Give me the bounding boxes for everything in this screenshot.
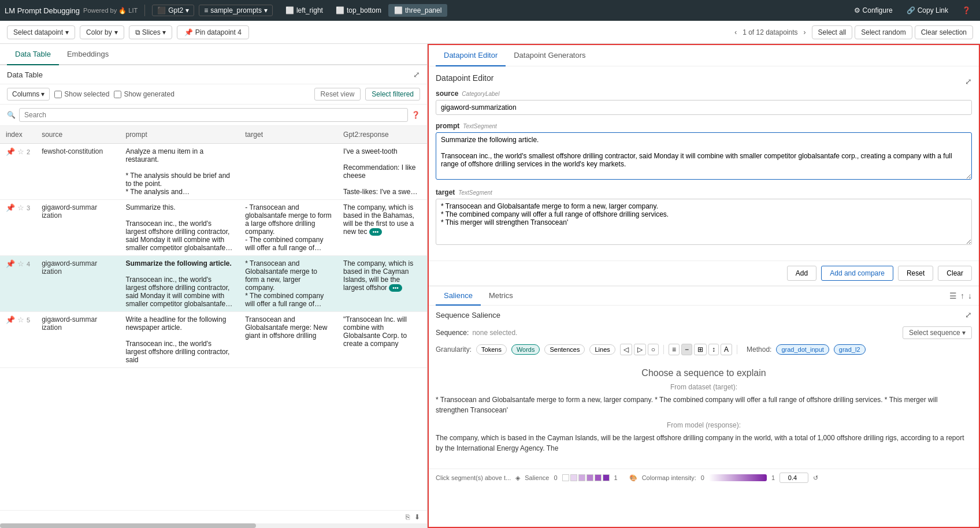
- row-2-actions: 📌 ☆ 2: [6, 147, 30, 156]
- arrows-icon-button[interactable]: ↕: [708, 344, 719, 355]
- left-panel-tabs: Data Table Embeddings: [0, 44, 427, 65]
- gran-lines-button[interactable]: Lines: [589, 344, 615, 355]
- table-row[interactable]: 📌 ☆ 2 fewshot-constitution Analyze a men…: [0, 144, 427, 200]
- download-table-icon[interactable]: ⬇: [414, 513, 420, 521]
- select-random-button[interactable]: Select random: [855, 25, 912, 39]
- color-by-button[interactable]: Color by ▾: [80, 25, 124, 39]
- left-right-icon: ⬜: [285, 6, 294, 14]
- next-datapoint-button[interactable]: ›: [800, 27, 810, 38]
- row-5-source: gigaword-summar ization: [36, 312, 120, 368]
- table-row[interactable]: 📌 ☆ 3 gigaword-summar ization Summarize …: [0, 200, 427, 256]
- copy-table-icon[interactable]: ⎘: [406, 513, 410, 521]
- tab-datapoint-generators[interactable]: Datapoint Generators: [506, 45, 593, 66]
- row-4-source: gigaword-summar ization: [36, 256, 120, 312]
- from-dataset-text[interactable]: * Transocean and Globalsantafe merge to …: [436, 395, 972, 415]
- target-textarea[interactable]: * Transocean and Globalsantafe merge to …: [436, 199, 972, 245]
- pin-row-3-icon[interactable]: 📌: [6, 203, 15, 212]
- prev-datapoint-button[interactable]: ‹: [731, 27, 740, 38]
- menu-icon[interactable]: ☰: [949, 291, 957, 300]
- gran-words-button[interactable]: Words: [511, 344, 540, 355]
- minus-icon-button[interactable]: −: [681, 344, 692, 355]
- tab-embeddings[interactable]: Embeddings: [59, 44, 117, 65]
- sort-desc-icon[interactable]: ↓: [968, 291, 972, 300]
- method-grad-l2-button[interactable]: grad_l2: [834, 344, 866, 355]
- configure-button[interactable]: ⚙ Configure: [849, 5, 897, 16]
- clear-button[interactable]: Clear: [938, 266, 972, 281]
- sort-asc-icon[interactable]: ↑: [960, 291, 964, 300]
- tab-salience[interactable]: Salience: [436, 287, 481, 306]
- table-row[interactable]: 📌 ☆ 4 gigaword-summar ization Summarize …: [0, 256, 427, 312]
- dp-expand-icon[interactable]: ⤢: [965, 77, 972, 86]
- gran-circle-icon-button[interactable]: ○: [648, 344, 659, 355]
- pin-datapoint-button[interactable]: 📌 Pin datapoint 4: [177, 25, 249, 39]
- reset-button[interactable]: Reset: [898, 266, 933, 281]
- source-input[interactable]: [436, 100, 972, 115]
- method-grad-dot-button[interactable]: grad_dot_input: [776, 344, 829, 355]
- dataset-selector[interactable]: ≡ sample_prompts ▾: [199, 5, 273, 16]
- search-help-icon[interactable]: ❓: [411, 111, 420, 119]
- tab-datapoint-editor[interactable]: Datapoint Editor: [436, 45, 506, 66]
- star-row-3-icon[interactable]: ☆: [17, 203, 24, 212]
- dataset-icon: ≡: [204, 6, 208, 14]
- star-row-5-icon[interactable]: ☆: [17, 315, 24, 324]
- add-button[interactable]: Add: [787, 266, 816, 281]
- select-datapoint-button[interactable]: Select datapoint ▾: [7, 25, 75, 39]
- pin-row-icon[interactable]: 📌: [6, 147, 15, 156]
- tab-three-panel[interactable]: ⬜ three_panel: [388, 4, 447, 17]
- select-random-label: Select random: [861, 28, 905, 36]
- list-icon-button[interactable]: ≡: [669, 344, 680, 355]
- select-sequence-button[interactable]: Select sequence ▾: [903, 326, 972, 339]
- salience-expand-icon[interactable]: ⤢: [965, 310, 972, 319]
- dataset-chevron: ▾: [264, 6, 268, 14]
- source-type: CategoryLabel: [462, 91, 499, 97]
- tab-metrics[interactable]: Metrics: [481, 287, 521, 306]
- gran-decrease-icon-button[interactable]: ◁: [620, 344, 632, 355]
- col-target: target: [239, 126, 337, 144]
- show-selected-checkbox[interactable]: [54, 91, 62, 98]
- pin-row-5-icon[interactable]: 📌: [6, 315, 15, 324]
- select-filtered-button[interactable]: Select filtered: [365, 88, 420, 101]
- table-row[interactable]: 📌 ☆ 5 gigaword-summar ization Write a he…: [0, 312, 427, 368]
- from-model-text[interactable]: The company, which is based in the Cayma…: [436, 433, 972, 453]
- colormap-min: 0: [701, 474, 704, 481]
- refresh-icon[interactable]: ↺: [813, 474, 818, 482]
- grid-icon-button[interactable]: ⊞: [694, 344, 707, 355]
- search-input[interactable]: [19, 108, 408, 122]
- choose-seq-title: Choose a sequence to explain: [436, 368, 972, 378]
- gran-tokens-button[interactable]: Tokens: [476, 344, 507, 355]
- help-button[interactable]: ❓: [957, 5, 975, 16]
- show-generated-label[interactable]: Show generated: [114, 90, 174, 98]
- copy-link-button[interactable]: 🔗 Copy Link: [902, 5, 953, 16]
- main-layout: Data Table Embeddings Data Table ⤢ Colum…: [0, 44, 980, 528]
- expand-icon[interactable]: ⤢: [413, 70, 420, 79]
- dataset-label: sample_prompts: [210, 6, 262, 14]
- select-datapoint-label: Select datapoint: [13, 28, 63, 36]
- select-all-button[interactable]: Select all: [812, 25, 853, 39]
- clear-selection-button[interactable]: Clear selection: [915, 25, 973, 39]
- slice-icon: ⧉: [135, 28, 140, 36]
- add-compare-button[interactable]: Add and compare: [821, 266, 893, 281]
- show-generated-checkbox[interactable]: [114, 91, 121, 98]
- star-row-icon[interactable]: ☆: [17, 147, 24, 156]
- source-label: source: [436, 90, 458, 98]
- tab-data-table[interactable]: Data Table: [7, 44, 59, 65]
- pin-row-4-icon[interactable]: 📌: [6, 259, 15, 268]
- tab-left-right[interactable]: ⬜ left_right: [280, 4, 329, 17]
- text-icon-button[interactable]: A: [721, 344, 732, 355]
- gran-increase-icon-button[interactable]: ▷: [634, 344, 646, 355]
- columns-button[interactable]: Columns ▾: [7, 88, 50, 101]
- method-separator: [737, 345, 737, 354]
- show-selected-label[interactable]: Show selected: [54, 90, 109, 98]
- star-row-4-icon[interactable]: ☆: [17, 259, 24, 268]
- model-selector[interactable]: ⬛ Gpt2 ▾: [152, 5, 194, 16]
- top-bottom-icon: ⬜: [336, 6, 344, 14]
- prompt-textarea[interactable]: Summarize the following article. Transoc…: [436, 132, 972, 180]
- reset-view-button[interactable]: Reset view: [314, 88, 361, 101]
- intensity-input[interactable]: [779, 473, 808, 483]
- gran-sentences-button[interactable]: Sentences: [544, 344, 585, 355]
- prompt-field-label: prompt TextSegment: [436, 122, 972, 130]
- slices-button[interactable]: ⧉ Slices ▾: [129, 25, 172, 39]
- horizontal-scrollbar[interactable]: [0, 523, 427, 528]
- tab-top-bottom[interactable]: ⬜ top_bottom: [330, 4, 387, 17]
- reset-label: Reset: [907, 269, 925, 277]
